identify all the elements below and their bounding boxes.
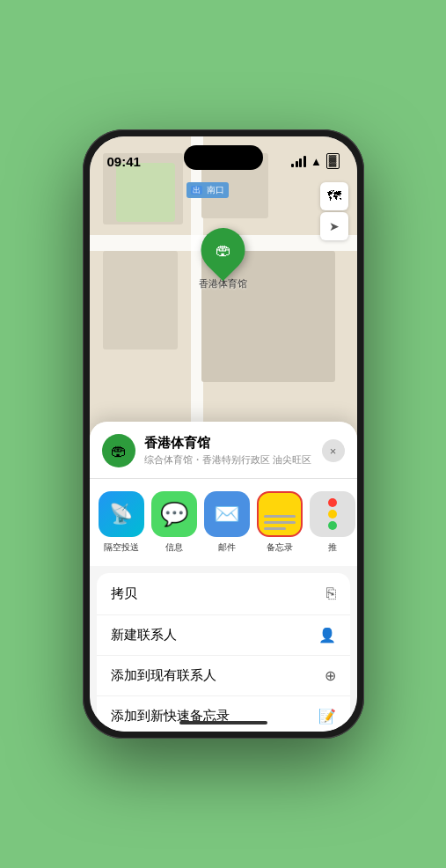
battery-icon: ▓ (326, 153, 340, 169)
action-add-contact-label: 添加到现有联系人 (111, 667, 216, 684)
location-pin: 🏟 香港体育馆 (199, 228, 247, 291)
more-label: 推 (328, 541, 337, 554)
share-airdrop[interactable]: 📡 隔空投送 (99, 491, 144, 554)
pin-icon: 🏟 (216, 241, 231, 260)
mail-label: 邮件 (218, 541, 236, 554)
venue-subtitle: 综合体育馆・香港特别行政区 油尖旺区 (144, 453, 313, 467)
map-type-icon: 🗺 (327, 188, 341, 204)
dynamic-island (184, 145, 263, 170)
airdrop-label: 隔空投送 (104, 541, 139, 554)
more-icon (310, 491, 355, 537)
notes-lines-decoration (259, 493, 301, 535)
add-contact-icon: ⊕ (325, 667, 336, 684)
status-icons: ▲ ▓ (291, 153, 339, 169)
map-type-button[interactable]: 🗺 (320, 182, 348, 210)
phone-frame: 09:41 ▲ ▓ 出 南口 (83, 129, 364, 739)
share-more[interactable]: 推 (310, 491, 355, 554)
message-icon: 💬 (151, 491, 197, 537)
action-list: 拷贝 ⎘ 新建联系人 👤 添加到现有联系人 ⊕ 添加到新快速备忘录 📝 打印 (97, 573, 350, 732)
phone-screen: 09:41 ▲ ▓ 出 南口 (90, 136, 357, 732)
copy-icon: ⎘ (326, 585, 336, 603)
status-time: 09:41 (107, 154, 141, 169)
new-contact-icon: 👤 (318, 627, 336, 644)
colored-dots-decoration (328, 498, 337, 530)
action-add-contact[interactable]: 添加到现有联系人 ⊕ (97, 656, 350, 696)
action-quick-note[interactable]: 添加到新快速备忘录 📝 (97, 696, 350, 732)
close-button[interactable]: × (322, 439, 345, 462)
venue-header: 🏟 香港体育馆 综合体育馆・香港特别行政区 油尖旺区 × (90, 422, 357, 479)
share-notes[interactable]: 备忘录 (257, 491, 303, 554)
venue-name: 香港体育馆 (144, 435, 313, 452)
map-controls: 🗺 ➤ (320, 182, 348, 240)
location-arrow-icon: ➤ (329, 219, 340, 233)
venue-info: 香港体育馆 综合体育馆・香港特别行政区 油尖旺区 (144, 435, 313, 467)
notes-icon (257, 491, 303, 537)
action-new-contact[interactable]: 新建联系人 👤 (97, 615, 350, 656)
airdrop-icon: 📡 (99, 491, 144, 537)
share-row: 📡 隔空投送 💬 信息 ✉️ 邮件 (90, 479, 357, 566)
action-copy[interactable]: 拷贝 ⎘ (97, 573, 350, 615)
location-button[interactable]: ➤ (320, 212, 348, 240)
share-message[interactable]: 💬 信息 (151, 491, 197, 554)
map-area: 出 南口 🗺 ➤ 🏟 香港体育馆 (90, 136, 357, 464)
action-new-contact-label: 新建联系人 (111, 627, 177, 644)
notes-label: 备忘录 (267, 541, 293, 554)
mail-icon: ✉️ (204, 491, 250, 537)
signal-icon (291, 156, 306, 167)
quick-note-icon: 📝 (318, 708, 336, 725)
wifi-icon: ▲ (311, 155, 322, 168)
bottom-sheet: 🏟 香港体育馆 综合体育馆・香港特别行政区 油尖旺区 × 📡 隔空投送 (90, 422, 357, 732)
message-label: 信息 (165, 541, 183, 554)
pin-circle: 🏟 (192, 219, 254, 282)
home-indicator (179, 721, 267, 725)
share-mail[interactable]: ✉️ 邮件 (204, 491, 250, 554)
action-copy-label: 拷贝 (111, 585, 137, 602)
map-entrance-label: 出 南口 (186, 182, 230, 198)
venue-icon: 🏟 (102, 434, 135, 467)
